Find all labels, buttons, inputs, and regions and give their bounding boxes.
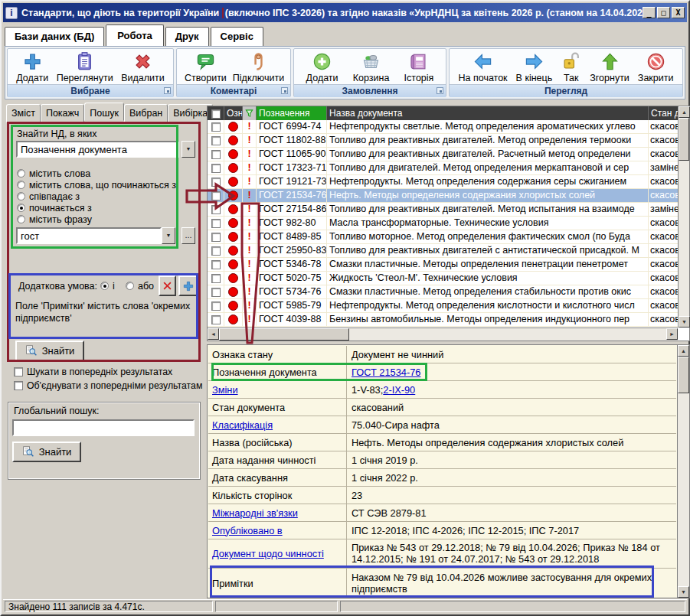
row-check-cell[interactable]: [208, 313, 224, 326]
filter-column-header[interactable]: [243, 106, 257, 120]
row-check-cell[interactable]: [208, 244, 224, 257]
ribbon-tab[interactable]: Сервіс: [211, 27, 263, 46]
minimize-button[interactable]: _: [643, 7, 656, 18]
scroll-down-icon[interactable]: ▼: [679, 316, 690, 328]
name-cell[interactable]: Нефтепродукты. Метод определения кислотн…: [327, 299, 649, 312]
scroll-right-icon[interactable]: ►: [666, 328, 678, 340]
designation-cell[interactable]: ГОСТ 6994-74: [257, 120, 327, 133]
radio-contains-words[interactable]: містить слова: [17, 168, 176, 179]
designation-cell[interactable]: ГОСТ 19121-73: [257, 175, 327, 188]
name-cell[interactable]: Смазки пластичные. Метод определения ста…: [327, 285, 649, 298]
name-cell[interactable]: Смазки пластичные. Методы определения пе…: [327, 258, 649, 271]
status-cell[interactable]: скасова: [649, 244, 678, 257]
table-row[interactable]: ! ГОСТ 5985-79 Нефтепродукты. Метод опре…: [208, 299, 678, 313]
remove-condition-button[interactable]: [159, 275, 176, 296]
close-button[interactable]: X: [672, 7, 685, 18]
details-vertical-scrollbar[interactable]: ▲ ▼: [677, 345, 689, 598]
status-cell[interactable]: заміне: [649, 203, 678, 216]
radio-starting-words[interactable]: містить слова, що починаються з: [17, 179, 176, 191]
scroll-left-icon[interactable]: ◄: [208, 328, 219, 340]
designation-column-header[interactable]: Позначення: [257, 106, 327, 120]
sidebar-tab[interactable]: Вибран: [124, 104, 168, 122]
scroll-up-icon[interactable]: ▲: [679, 106, 690, 118]
status-cell[interactable]: заміне: [649, 161, 678, 174]
favorites-add-button[interactable]: Додати: [13, 51, 51, 84]
view-to-end-button[interactable]: В кінець: [513, 51, 556, 84]
table-row[interactable]: ! ГОСТ 21534-76 Нефть. Методы определени…: [208, 189, 678, 203]
row-check-cell[interactable]: [208, 230, 224, 243]
name-cell[interactable]: Нефтепродукты светлые. Метод определения…: [327, 120, 649, 133]
table-row[interactable]: ! ГОСТ 6994-74 Нефтепродукты светлые. Ме…: [208, 120, 678, 134]
status-cell[interactable]: скасова: [649, 217, 678, 230]
table-row[interactable]: ! ГОСТ 982-80 Масла трансформаторные. Те…: [208, 217, 678, 230]
table-horizontal-scrollbar[interactable]: ◄ ►: [208, 328, 678, 341]
field-dropdown-arrow-icon[interactable]: ▼: [181, 141, 195, 158]
view-close-button[interactable]: Закрити: [635, 51, 677, 84]
table-row[interactable]: ! ГОСТ 4039-88 Бензины автомобильные. Ме…: [208, 313, 678, 327]
details-value-link[interactable]: 2-IX-90: [383, 384, 415, 396]
table-row[interactable]: ! ГОСТ 5734-76 Смазки пластичные. Метод …: [208, 285, 678, 299]
scroll-thumb[interactable]: [678, 357, 689, 393]
orders-add-button[interactable]: Додати: [303, 51, 342, 84]
designation-cell[interactable]: ГОСТ 21534-76: [257, 189, 327, 202]
table-row[interactable]: ! ГОСТ 19121-73 Нефтепродукты. Метод опр…: [208, 175, 678, 189]
status-column-header[interactable]: Стан до: [649, 106, 678, 120]
status-cell[interactable]: скасова: [649, 134, 678, 147]
row-check-cell[interactable]: [208, 120, 224, 133]
row-check-cell[interactable]: [208, 217, 224, 230]
dialog-launcher-icon[interactable]: [437, 87, 443, 94]
view-collapse-button[interactable]: Згорнути: [587, 51, 633, 84]
name-cell[interactable]: Топливо для реактивных двигателей с анти…: [327, 244, 649, 257]
status-cell[interactable]: скасов: [649, 189, 678, 202]
sidebar-tab[interactable]: Пошук: [84, 103, 124, 121]
designation-cell[interactable]: ГОСТ 5020-75: [257, 272, 327, 285]
designation-cell[interactable]: ГОСТ 17323-71: [257, 161, 327, 174]
name-cell[interactable]: Топливо моторное. Метод определения факт…: [327, 230, 649, 243]
global-search-input[interactable]: [12, 419, 195, 436]
designation-cell[interactable]: ГОСТ 8489-85: [257, 230, 327, 243]
search-previous-checkbox[interactable]: Шукати в попередніх результатах: [14, 367, 172, 377]
scroll-down-icon[interactable]: ▼: [678, 586, 689, 598]
designation-cell[interactable]: ГОСТ 11802-88: [257, 134, 327, 147]
scroll-thumb[interactable]: [219, 328, 349, 341]
table-row[interactable]: ! ГОСТ 11065-90 Топливо для реактивных д…: [208, 148, 678, 161]
name-cell[interactable]: Масла трансформаторные. Технические усло…: [327, 217, 649, 230]
table-row[interactable]: ! ГОСТ 5346-78 Смазки пластичные. Методы…: [208, 258, 678, 272]
name-cell[interactable]: Топливо для реактивных двигателей. Метод…: [327, 203, 649, 216]
favorites-view-button[interactable]: Переглянути: [54, 51, 116, 84]
name-cell[interactable]: Бензины автомобильные. Методы определени…: [327, 313, 649, 326]
status-cell[interactable]: скасова: [649, 120, 678, 133]
name-cell[interactable]: Жидкость 'Стеол-М'. Технические условия: [327, 272, 649, 285]
scroll-up-icon[interactable]: ▲: [678, 345, 689, 357]
sidebar-tab[interactable]: Покажч: [41, 104, 84, 122]
row-check-cell[interactable]: [208, 175, 224, 188]
designation-cell[interactable]: ГОСТ 11065-90: [257, 148, 327, 161]
name-cell[interactable]: Топливо для реактивных двигателей. Метод…: [327, 134, 649, 147]
radio-and[interactable]: і: [100, 280, 115, 292]
view-to-start-button[interactable]: На початок: [456, 51, 511, 84]
name-column-header[interactable]: Назва документа: [327, 106, 649, 120]
comments-create-button[interactable]: Створити: [181, 51, 230, 84]
row-check-cell[interactable]: [208, 134, 224, 147]
favorites-delete-button[interactable]: Видалити: [118, 51, 168, 84]
table-row[interactable]: ! ГОСТ 27154-86 Топливо для реактивных д…: [208, 203, 678, 217]
ribbon-tab[interactable]: Робота: [106, 24, 164, 47]
query-more-button[interactable]: ...: [181, 227, 195, 244]
scroll-thumb[interactable]: [679, 118, 689, 161]
status-cell[interactable]: скасова: [649, 285, 678, 298]
status-cell[interactable]: скасова: [649, 230, 678, 243]
name-cell[interactable]: Нефть. Методы определения содержания хло…: [327, 189, 649, 202]
merge-previous-checkbox[interactable]: Об'єднувати з попередніми результатам: [14, 380, 205, 391]
search-field-select[interactable]: Позначення документа: [16, 141, 179, 158]
add-condition-button[interactable]: [178, 275, 198, 296]
designation-cell[interactable]: ГОСТ 27154-86: [257, 203, 327, 216]
designation-cell[interactable]: ГОСТ 25950-83: [257, 244, 327, 257]
table-vertical-scrollbar[interactable]: ▲ ▼: [678, 106, 689, 328]
radio-or[interactable]: або: [126, 280, 154, 292]
find-button[interactable]: Знайти: [15, 341, 84, 361]
name-cell[interactable]: Нефтепродукты. Метод определения содержа…: [327, 175, 649, 188]
dialog-launcher-icon[interactable]: [164, 87, 171, 94]
query-input[interactable]: гост: [16, 227, 162, 244]
name-cell[interactable]: Топливо для реактивных двигателей. Расче…: [327, 148, 649, 161]
sidebar-tab[interactable]: Зміст: [6, 104, 41, 122]
